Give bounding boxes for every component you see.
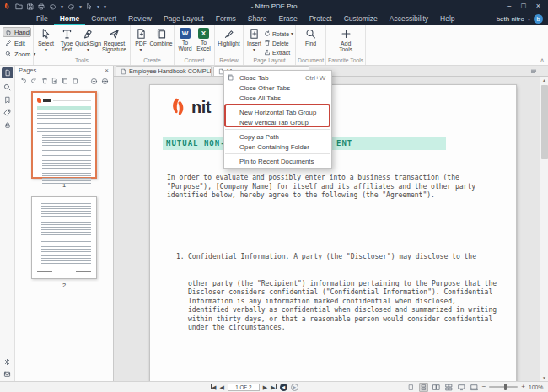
add-tools-button[interactable]: Add Tools [334, 27, 357, 53]
pointer-mode-caret-icon[interactable]: ▾ [97, 4, 99, 9]
zoom-slider-thumb[interactable] [504, 384, 507, 390]
menu-item-close-tab[interactable]: Close Tab Ctrl+W [224, 72, 331, 83]
menu-item-pin-to-recent-documents[interactable]: Pin to Recent Documents [224, 156, 331, 166]
facing-pages-view-icon[interactable] [432, 383, 441, 392]
tags-panel-icon[interactable] [3, 109, 11, 116]
rotate-label: Rotate [272, 31, 289, 37]
menu-page-layout[interactable]: Page Layout [158, 13, 210, 25]
first-page-button[interactable]: ◀ [211, 384, 216, 390]
scroll-up-icon[interactable]: ▲ [542, 77, 546, 83]
single-page-view-icon[interactable] [406, 383, 416, 392]
undo-icon[interactable] [49, 3, 56, 10]
menu-item-open-containing-folder[interactable]: Open Containing Folder [224, 142, 331, 152]
close-button[interactable]: × [536, 3, 540, 10]
hand-tool-button[interactable]: Hand [3, 27, 31, 37]
menu-item-new-vertical-tab-group[interactable]: New Vertical Tab Group [224, 117, 331, 127]
menu-item-close-other-tabs[interactable]: Close Other Tabs [224, 83, 331, 93]
rotate-button[interactable]: Rotate ▾ [264, 30, 293, 38]
menu-protect[interactable]: Protect [304, 13, 338, 25]
extract-button[interactable]: Extract [264, 48, 293, 56]
menu-customize[interactable]: Customize [338, 13, 384, 25]
gear-icon[interactable] [3, 358, 11, 366]
user-account[interactable]: beth nitro ▾ b [497, 13, 548, 25]
page-number-input[interactable] [228, 384, 260, 391]
tab-list-icon[interactable] [530, 68, 537, 74]
last-page-button[interactable]: ▶ [271, 384, 276, 390]
minimize-button[interactable]: – [507, 3, 511, 10]
undo-caret-icon[interactable]: ▾ [61, 4, 63, 9]
rotate-left-icon[interactable] [19, 78, 27, 84]
thumbnail-zoom-out-icon[interactable] [90, 78, 98, 85]
insert-button[interactable]: Insert ▾ [245, 27, 263, 53]
quicksign-label: QuickSign [75, 40, 101, 46]
delete-button[interactable]: Delete [264, 39, 293, 47]
continuous-view-icon[interactable] [419, 383, 428, 392]
next-page-button[interactable]: ▶ [263, 384, 267, 390]
previous-view-button[interactable]: ◀ [280, 384, 287, 391]
menu-convert[interactable]: Convert [85, 13, 122, 25]
page-thumbnail-2[interactable] [31, 196, 97, 279]
avatar[interactable]: b [534, 14, 543, 24]
quickaccess-more-icon[interactable]: ▾ [104, 4, 106, 9]
menu-forms[interactable]: Forms [210, 13, 242, 25]
copy-pages-icon[interactable] [62, 78, 68, 84]
next-view-button[interactable]: ▶ [291, 384, 298, 391]
menu-item-close-all-tabs[interactable]: Close All Tabs [224, 93, 331, 103]
to-excel-button[interactable]: X To Excel [195, 27, 212, 52]
scrollbar-thumb[interactable] [541, 85, 548, 159]
menu-help[interactable]: Help [434, 13, 460, 25]
search-panel-icon[interactable] [3, 83, 11, 91]
maximize-button[interactable]: □ [521, 3, 525, 10]
ribbon-collapse-icon[interactable]: ˄ [540, 57, 544, 63]
rotate-right-icon[interactable] [30, 78, 38, 84]
duplicate-pages-icon[interactable] [72, 78, 78, 84]
zoom-slider[interactable] [489, 386, 518, 388]
insert-page-icon[interactable] [51, 78, 58, 84]
to-word-button[interactable]: W To Word [176, 27, 194, 52]
quick-access-toolbar: ▾ ▾ ▾ ▾ [0, 2, 106, 11]
group-label-document: Document [298, 56, 324, 65]
panel-close-icon[interactable]: × [105, 67, 109, 74]
redo-icon[interactable] [67, 3, 75, 10]
print-icon[interactable] [38, 3, 45, 10]
tab-employee-handbook[interactable]: Employee Handbook COMPLETE [116, 66, 212, 76]
full-screen-view-icon[interactable] [457, 383, 466, 392]
bookmarks-panel-icon[interactable] [4, 96, 11, 104]
open-icon[interactable] [15, 3, 23, 10]
menu-file[interactable]: File [30, 13, 54, 25]
create-pdf-button[interactable]: PDF ▾ [132, 27, 149, 53]
zoom-tool-button[interactable]: Zoom ▾ [3, 49, 31, 59]
highlight-button[interactable]: Highlight [217, 27, 241, 47]
menu-review[interactable]: Review [122, 13, 158, 25]
edit-tool-button[interactable]: Edit [3, 38, 31, 48]
page-thumbnail-1[interactable] [31, 91, 97, 179]
previous-page-button[interactable]: ◀ [219, 384, 223, 390]
type-text-button[interactable]: Type Text [57, 27, 76, 53]
menu-accessibility[interactable]: Accessibility [384, 13, 434, 25]
delete-page-icon[interactable] [41, 78, 48, 84]
security-panel-icon[interactable] [4, 121, 11, 129]
find-button[interactable]: Find [301, 27, 321, 47]
presentation-view-icon[interactable] [470, 383, 479, 392]
grid-view-icon[interactable] [444, 383, 454, 392]
zoom-out-button[interactable]: − [482, 384, 486, 390]
redo-caret-icon[interactable]: ▾ [79, 4, 82, 9]
combine-button[interactable]: Combine [150, 27, 172, 47]
menu-share[interactable]: Share [242, 13, 273, 25]
scroll-down-icon[interactable]: ▼ [542, 374, 546, 381]
menu-home[interactable]: Home [54, 13, 86, 25]
zoom-in-button[interactable]: + [521, 384, 525, 390]
quicksign-button[interactable]: QuickSign ▾ [77, 27, 99, 53]
pages-options-icon[interactable] [101, 78, 109, 85]
window-controls: – □ × [507, 3, 548, 10]
select-button[interactable]: Select ▾ [35, 27, 56, 53]
request-signature-button[interactable]: Request Signature [100, 27, 128, 53]
menu-item-new-horizontal-tab-group[interactable]: New Horizontal Tab Group [224, 107, 331, 117]
menu-item-copy-as-path[interactable]: Copy as Path [224, 132, 331, 142]
pointer-mode-icon[interactable] [86, 3, 93, 10]
output-tray-icon[interactable] [3, 370, 11, 378]
save-icon[interactable] [27, 3, 34, 10]
pages-panel-icon[interactable] [2, 67, 13, 78]
menu-erase[interactable]: Erase [272, 13, 303, 25]
vertical-scrollbar[interactable]: ▲ ▼ [540, 77, 548, 381]
